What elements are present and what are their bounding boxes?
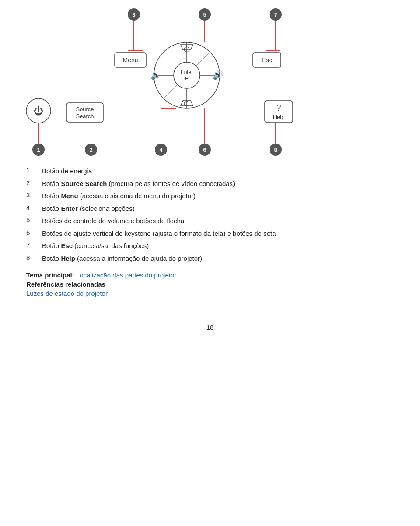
diagram-area: ⏻ Source Search Menu Esc ? Help 🔈 🔊 ⬡ ⬡ … xyxy=(0,4,420,162)
desc-text-5: Botões de controle do volume e botões de… xyxy=(42,216,184,226)
page-number: 18 xyxy=(206,323,214,331)
desc-num-6: 6 xyxy=(26,229,42,236)
desc-text-7: Botão Esc (cancela/sai das funções) xyxy=(42,241,149,251)
svg-text:Menu: Menu xyxy=(122,56,138,63)
svg-text:Search: Search xyxy=(76,113,94,119)
svg-text:8: 8 xyxy=(274,147,277,153)
svg-text:Help: Help xyxy=(273,114,285,120)
desc-text-1: Botão de energia xyxy=(42,166,92,176)
referencias-link-line: Luzes de estado do projetor xyxy=(26,290,394,297)
desc-num-8: 8 xyxy=(26,254,42,261)
desc-text-2: Botão Source Search (procura pelas fonte… xyxy=(42,179,235,189)
desc-row-1: 1 Botão de energia xyxy=(26,166,394,176)
svg-text:🔈: 🔈 xyxy=(150,70,161,80)
tema-label: Tema principal: xyxy=(26,271,74,279)
ref-link[interactable]: Luzes de estado do projetor xyxy=(26,290,108,297)
desc-row-7: 7 Botão Esc (cancela/sai das funções) xyxy=(26,241,394,251)
svg-text:Enter: Enter xyxy=(181,69,193,75)
desc-num-5: 5 xyxy=(26,216,42,224)
svg-text:4: 4 xyxy=(159,147,163,153)
svg-text:↵: ↵ xyxy=(184,75,189,82)
svg-text:7: 7 xyxy=(274,11,277,18)
desc-row-8: 8 Botão Help (acessa a informação de aju… xyxy=(26,254,394,264)
desc-text-8: Botão Help (acessa a informação de ajuda… xyxy=(42,254,202,264)
tema-principal-line: Tema principal: Localização das partes d… xyxy=(26,271,394,279)
referencias-label: Referências relacionadas xyxy=(26,281,394,288)
desc-row-6: 6 Botões de ajuste vertical de keystone … xyxy=(26,229,394,239)
desc-text-6: Botões de ajuste vertical de keystone (a… xyxy=(42,229,276,239)
description-section: 1 Botão de energia 2 Botão Source Search… xyxy=(26,162,394,263)
referencias-heading: Referências relacionadas xyxy=(26,281,105,288)
desc-text-3: Botão Menu (acessa o sistema de menu do … xyxy=(42,191,196,201)
desc-text-4: Botão Enter (seleciona opções) xyxy=(42,204,135,214)
svg-text:Source: Source xyxy=(76,106,94,112)
svg-text:3: 3 xyxy=(132,11,135,18)
desc-row-5: 5 Botões de controle do volume e botões … xyxy=(26,216,394,226)
desc-row-3: 3 Botão Menu (acessa o sistema de menu d… xyxy=(26,191,394,201)
desc-num-2: 2 xyxy=(26,179,42,186)
svg-text:5: 5 xyxy=(203,11,206,18)
desc-row-2: 2 Botão Source Search (procura pelas fon… xyxy=(26,179,394,189)
footer-section: Tema principal: Localização das partes d… xyxy=(26,271,394,297)
svg-text:6: 6 xyxy=(203,147,206,153)
svg-text:2: 2 xyxy=(89,147,92,153)
desc-num-1: 1 xyxy=(26,166,42,174)
desc-row-4: 4 Botão Enter (seleciona opções) xyxy=(26,204,394,214)
desc-num-3: 3 xyxy=(26,191,42,199)
svg-text:1: 1 xyxy=(37,147,40,153)
tema-link[interactable]: Localização das partes do projetor xyxy=(76,271,176,279)
svg-text:Esc: Esc xyxy=(262,56,272,63)
svg-text:🔊: 🔊 xyxy=(213,70,224,80)
svg-text:?: ? xyxy=(276,103,281,112)
desc-num-7: 7 xyxy=(26,241,42,249)
desc-num-4: 4 xyxy=(26,204,42,211)
svg-text:⏻: ⏻ xyxy=(34,105,43,116)
svg-text:⬡: ⬡ xyxy=(184,46,190,53)
